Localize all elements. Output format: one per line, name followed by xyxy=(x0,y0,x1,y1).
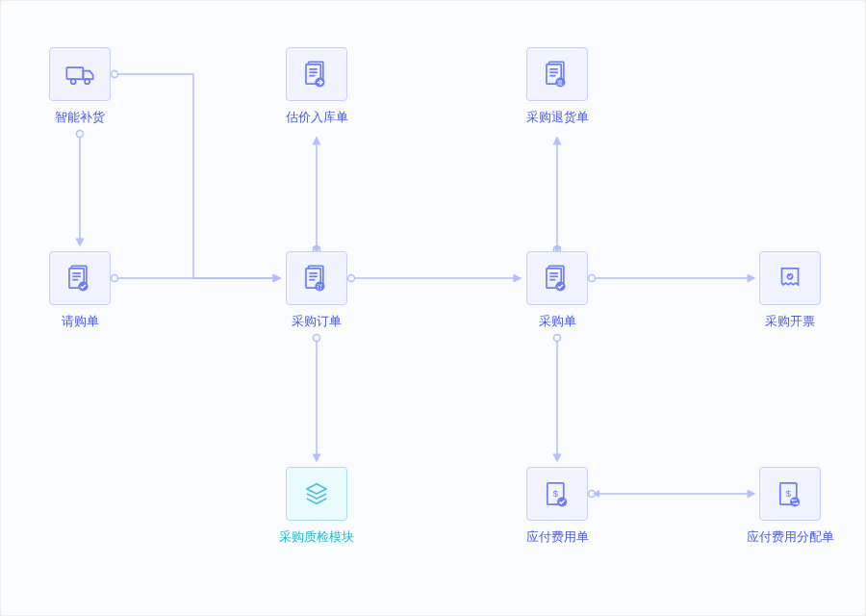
svg-rect-22 xyxy=(66,67,83,79)
node-label: 采购质检模块 xyxy=(279,528,354,546)
node-label: 采购退货单 xyxy=(526,109,589,126)
svg-point-63 xyxy=(790,497,800,506)
svg-point-23 xyxy=(71,79,76,84)
node-purchase-order[interactable]: 订 采购订单 xyxy=(278,251,355,330)
invoice-icon xyxy=(759,251,821,305)
node-label: 智能补货 xyxy=(55,109,105,126)
doc-order-icon: 订 xyxy=(286,251,347,305)
node-label: 采购开票 xyxy=(765,313,815,330)
svg-point-10 xyxy=(314,335,320,342)
node-label: 应付费用分配单 xyxy=(747,528,834,546)
doc-money-swap-icon: $ xyxy=(759,467,821,521)
node-purchase-return[interactable]: 退 采购退货单 xyxy=(519,47,596,126)
truck-icon xyxy=(49,47,111,101)
node-expense-allocation[interactable]: $ 应付费用分配单 xyxy=(751,467,828,546)
svg-point-17 xyxy=(554,335,561,342)
node-purchase-receipt[interactable]: 采购单 xyxy=(519,251,596,330)
doc-return-icon: 退 xyxy=(526,47,588,101)
svg-text:订: 订 xyxy=(317,284,322,290)
node-label: 请购单 xyxy=(62,313,99,330)
procurement-flow-diagram: 智能补货 请购单 xyxy=(1,1,865,615)
doc-export-icon xyxy=(286,47,347,101)
svg-text:$: $ xyxy=(786,489,792,499)
svg-text:退: 退 xyxy=(557,80,563,86)
node-label: 采购单 xyxy=(539,313,576,330)
svg-point-0 xyxy=(77,131,84,138)
node-smart-replenish[interactable]: 智能补货 xyxy=(41,47,118,126)
node-purchase-request[interactable]: 请购单 xyxy=(41,251,118,330)
node-label: 应付费用单 xyxy=(526,528,589,546)
doc-check-icon xyxy=(526,251,588,305)
node-estimate-inbound[interactable]: 估价入库单 xyxy=(278,47,355,126)
doc-money-check-icon: $ xyxy=(526,467,588,521)
layers-icon xyxy=(286,467,347,521)
doc-check-icon xyxy=(49,251,111,305)
node-label: 估价入库单 xyxy=(286,109,348,126)
node-label: 采购订单 xyxy=(292,313,342,330)
svg-text:$: $ xyxy=(553,489,559,499)
node-quality-inspection[interactable]: 采购质检模块 xyxy=(278,467,355,546)
node-payable-expense[interactable]: $ 应付费用单 xyxy=(519,467,596,546)
svg-point-24 xyxy=(85,79,89,84)
connector-layer xyxy=(1,1,866,616)
node-purchase-invoice[interactable]: 采购开票 xyxy=(751,251,828,330)
